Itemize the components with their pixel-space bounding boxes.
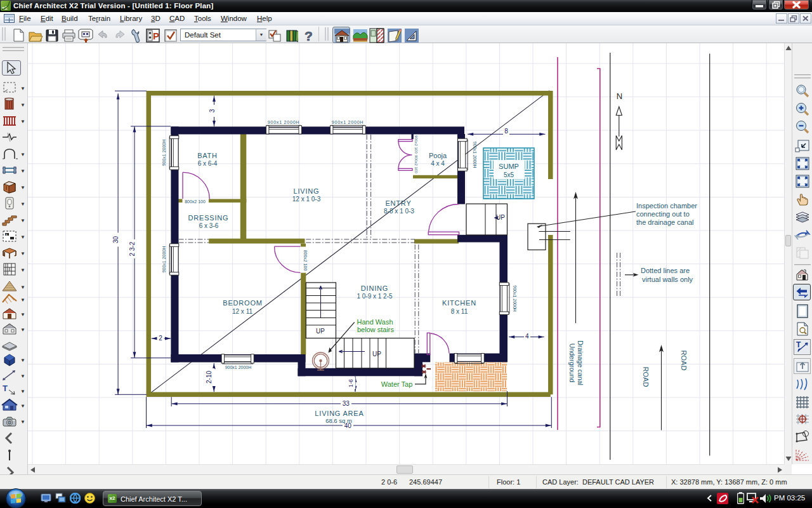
svg-text:ROAD: ROAD: [642, 367, 650, 387]
svg-text:Underground: Underground: [568, 344, 576, 382]
svg-text:Inspection chamber: Inspection chamber: [636, 202, 697, 210]
svg-text:the drainage canal: the drainage canal: [636, 218, 694, 226]
svg-text:SUMP: SUMP: [499, 163, 519, 170]
svg-text:900x1 2000H: 900x1 2000H: [513, 285, 517, 312]
svg-text:8-8 x 1 0-3: 8-8 x 1 0-3: [384, 208, 414, 215]
svg-text:12 x 11: 12 x 11: [232, 308, 252, 315]
svg-text:LIVING AREA: LIVING AREA: [315, 410, 363, 417]
svg-text:2: 2: [159, 335, 162, 342]
svg-text:2-10: 2-10: [206, 371, 213, 384]
svg-text:BEDROOM: BEDROOM: [223, 299, 262, 307]
svg-text:900x2 100: 900x2 100: [414, 155, 419, 173]
svg-text:900x1 2000H: 900x1 2000H: [332, 119, 363, 125]
svg-text:900x1 2000H: 900x1 2000H: [162, 140, 166, 166]
svg-text:ENTRY: ENTRY: [385, 199, 411, 207]
svg-text:Dotted lines are: Dotted lines are: [641, 267, 690, 274]
svg-text:33: 33: [343, 400, 350, 407]
svg-text:below stairs: below stairs: [357, 326, 395, 333]
svg-text:Water Tap: Water Tap: [381, 380, 413, 388]
svg-text:800x2 100: 800x2 100: [303, 250, 308, 271]
svg-text:?: ?: [304, 29, 313, 43]
svg-text:Hand Wash: Hand Wash: [357, 318, 393, 326]
svg-text:8: 8: [504, 128, 508, 135]
svg-text:BATH: BATH: [197, 152, 218, 159]
svg-text:DINING: DINING: [361, 284, 388, 292]
svg-text:2 3-2: 2 3-2: [129, 241, 136, 256]
svg-text:virtual walls only: virtual walls only: [642, 276, 693, 283]
svg-text:8 x 11: 8 x 11: [451, 308, 468, 315]
svg-text:Pooja: Pooja: [429, 152, 447, 159]
svg-text:1-6: 1-6: [348, 379, 354, 387]
svg-text:30: 30: [112, 236, 119, 244]
svg-text:P: P: [153, 30, 159, 41]
svg-text:B: B: [6, 233, 8, 236]
svg-text:UP: UP: [496, 214, 505, 221]
svg-text:6 x 3-6: 6 x 3-6: [199, 222, 219, 229]
svg-text:4 x 4: 4 x 4: [431, 160, 445, 167]
svg-text:N: N: [617, 91, 622, 101]
svg-text:800x2 100: 800x2 100: [185, 199, 206, 204]
svg-text:KITCHEN: KITCHEN: [442, 299, 476, 307]
svg-text:5x5: 5x5: [504, 171, 514, 178]
svg-text:900x1 2000H: 900x1 2000H: [162, 246, 166, 273]
svg-text:Drainage canal: Drainage canal: [577, 340, 584, 385]
svg-text:UP: UP: [372, 351, 381, 358]
svg-text:3: 3: [209, 109, 216, 112]
svg-text:900x1 2000H: 900x1 2000H: [268, 119, 299, 125]
svg-text:12 x 1 0-3: 12 x 1 0-3: [292, 196, 321, 203]
svg-text:T: T: [796, 340, 801, 349]
svg-text:900x1 2000H: 900x1 2000H: [225, 365, 252, 370]
svg-text:DRESSING: DRESSING: [188, 214, 229, 222]
svg-text:4: 4: [525, 333, 529, 340]
svg-text:connecting out to: connecting out to: [636, 210, 690, 218]
svg-text:T: T: [3, 384, 8, 393]
svg-text:900x1 2000H: 900x1 2000H: [473, 142, 477, 168]
svg-text:40: 40: [344, 422, 352, 429]
svg-text:ROAD: ROAD: [680, 351, 688, 371]
svg-text:6 x 6-4: 6 x 6-4: [198, 160, 218, 167]
svg-text:900x2 100: 900x2 100: [414, 135, 419, 154]
svg-text:LIVING: LIVING: [294, 187, 320, 195]
svg-text:1 0-9 x 1 2-5: 1 0-9 x 1 2-5: [357, 293, 393, 300]
svg-text:UP: UP: [316, 328, 325, 335]
